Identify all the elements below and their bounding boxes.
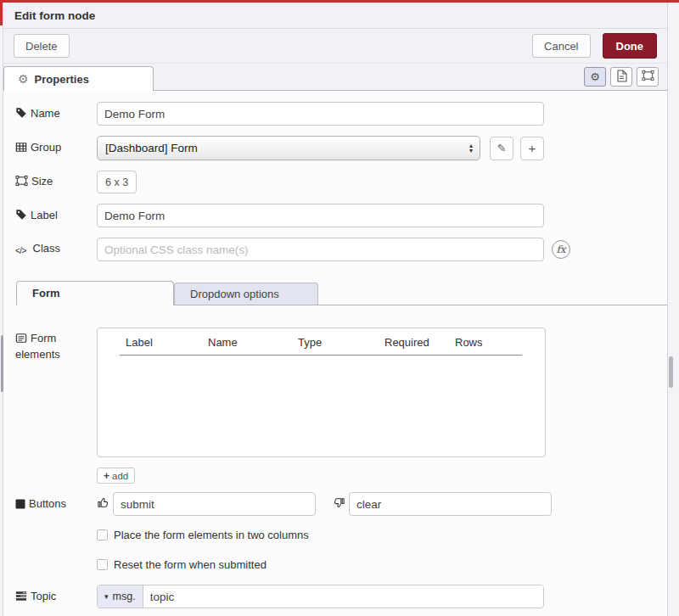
column-header-required: Required — [384, 336, 455, 349]
gear-icon: ⚙ — [590, 71, 600, 82]
topic-field-row: Topic ▾ msg. — [15, 585, 667, 608]
two-columns-option[interactable]: Place the form elements in two columns — [97, 529, 667, 541]
group-select-value: [Dashboard] Form — [105, 142, 469, 154]
buttons-label: Buttons — [15, 496, 97, 512]
reset-form-checkbox[interactable] — [97, 559, 108, 570]
add-group-button[interactable]: + — [520, 137, 544, 160]
pencil-icon: ✎ — [497, 143, 507, 154]
reset-form-option[interactable]: Reset the form when submitted — [97, 558, 667, 571]
group-select[interactable]: [Dashboard] Form ▴ ▾ — [97, 136, 480, 160]
form-content-tabs: Form Dropdown options — [16, 280, 667, 305]
form-elements-header: Label Name Type Required Rows — [120, 336, 522, 356]
buttons-field-row: Buttons — [15, 492, 667, 516]
add-element-button[interactable]: +add — [97, 468, 135, 484]
clear-button-text-input[interactable] — [349, 492, 552, 516]
tab-dropdown-options[interactable]: Dropdown options — [174, 283, 318, 305]
topic-typed-input: ▾ msg. — [97, 585, 544, 608]
scrollbar-thumb[interactable] — [669, 356, 673, 388]
done-button[interactable]: Done — [603, 33, 658, 59]
submit-button-text-input[interactable] — [113, 492, 316, 516]
object-group-icon — [642, 70, 654, 84]
class-label: </> Class — [15, 241, 97, 258]
form-elements-row: Form elements Label Name Type Required R… — [15, 328, 667, 457]
list-alt-icon — [15, 333, 27, 347]
two-columns-checkbox[interactable] — [97, 529, 108, 540]
edit-group-button[interactable]: ✎ — [490, 137, 513, 160]
column-header-name: Name — [208, 336, 298, 349]
object-group-icon — [15, 175, 28, 190]
properties-tab-label: Properties — [35, 73, 89, 86]
group-field-row: Group [Dashboard] Form ▴ ▾ ✎ + — [15, 136, 667, 160]
class-input[interactable] — [97, 238, 544, 261]
name-field-row: Name — [15, 102, 667, 126]
node-appearance-button[interactable] — [637, 67, 659, 87]
editor-tab-row: ⚙ Properties ⚙ — [3, 64, 667, 91]
label-field-row: Label — [15, 204, 667, 227]
group-label: Group — [15, 140, 97, 156]
name-label: Name — [15, 106, 97, 122]
plus-icon: + — [529, 142, 536, 154]
topic-input[interactable] — [143, 585, 543, 608]
cancel-button[interactable]: Cancel — [532, 34, 590, 58]
topic-type-select[interactable]: ▾ msg. — [98, 585, 143, 608]
fx-expand-button[interactable]: fx — [552, 240, 570, 259]
tray-resize-grip[interactable] — [1, 335, 3, 392]
tasks-icon — [15, 591, 27, 605]
code-icon: </> — [15, 244, 26, 258]
table-icon — [15, 142, 27, 156]
two-columns-label: Place the form elements in two columns — [114, 529, 309, 541]
thumbs-up-icon — [97, 496, 109, 512]
properties-form: Name Group [Dashboard] Form ▴ ▾ ✎ + Size… — [3, 91, 667, 616]
size-label: Size — [15, 174, 97, 190]
gear-icon: ⚙ — [18, 73, 29, 85]
plus-icon: + — [104, 470, 109, 482]
node-settings-button[interactable]: ⚙ — [584, 67, 606, 87]
size-field-row: Size 6 x 3 — [15, 171, 667, 193]
form-elements-label: Form elements — [15, 331, 97, 361]
delete-button[interactable]: Delete — [14, 34, 70, 58]
tag-icon — [15, 209, 27, 224]
tab-form[interactable]: Form — [16, 281, 174, 305]
thumbs-down-icon — [333, 496, 345, 512]
tray-toolbar: Delete Cancel Done — [3, 29, 667, 64]
form-elements-list[interactable]: Label Name Type Required Rows — [97, 328, 546, 457]
node-description-button[interactable] — [610, 67, 632, 87]
column-header-label: Label — [120, 336, 208, 349]
label-input[interactable] — [97, 204, 544, 227]
reset-form-label: Reset the form when submitted — [114, 558, 267, 571]
form-elements-add-row: +add — [97, 468, 667, 484]
size-button[interactable]: 6 x 3 — [97, 171, 137, 193]
file-text-icon — [616, 70, 627, 85]
topic-type-label: msg. — [113, 591, 136, 602]
label-label: Label — [15, 208, 97, 224]
dialog-title: Edit form node — [14, 9, 95, 22]
column-header-rows: Rows — [455, 336, 483, 349]
select-spinner-icon: ▴ ▾ — [469, 143, 473, 154]
class-field-row: </> Class fx — [15, 238, 667, 261]
column-header-type: Type — [298, 336, 384, 349]
caret-down-icon: ▾ — [104, 592, 109, 601]
square-icon — [15, 498, 25, 512]
tag-icon — [15, 107, 27, 122]
tray-header: Edit form node — [3, 3, 667, 29]
editor-icon-buttons: ⚙ — [584, 67, 659, 87]
name-input[interactable] — [97, 102, 544, 126]
topic-label: Topic — [15, 589, 97, 605]
edit-node-tray: Edit form node Delete Cancel Done ⚙ Prop… — [3, 3, 668, 616]
tab-properties[interactable]: ⚙ Properties — [3, 66, 154, 91]
